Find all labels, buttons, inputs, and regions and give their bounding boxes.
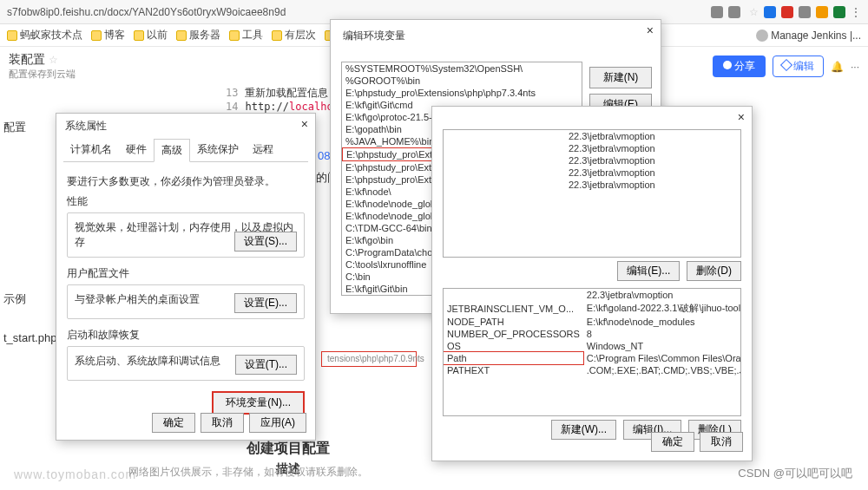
user-vars-table[interactable]: 22.3\jetbra\vmoption22.3\jetbra\vmoption… <box>443 129 741 258</box>
close-icon[interactable]: × <box>738 110 745 124</box>
share-button[interactable]: 分享 <box>713 56 766 77</box>
pencil-icon <box>780 59 792 71</box>
table-row[interactable]: 22.3\jetbra\vmoption <box>444 289 741 301</box>
environment-variables-dialog: × 22.3\jetbra\vmoption22.3\jetbra\vmopti… <box>431 106 753 461</box>
startup-group: 系统启动、系统故障和调试信息 设置(T)... <box>67 346 305 381</box>
table-row[interactable]: 22.3\jetbra\vmoption <box>444 167 740 179</box>
heading-create-config: 创建项目配置 <box>201 440 375 458</box>
share-icon[interactable] <box>728 6 740 18</box>
ext-icon[interactable] <box>781 6 793 18</box>
ext-icon[interactable] <box>799 6 811 18</box>
person-icon <box>723 61 732 69</box>
doc-title: 装配置 <box>9 52 45 66</box>
folder-icon <box>229 30 240 41</box>
performance-group: 视觉效果，处理器计划，内存使用，以及虚拟内存 设置(S)... <box>67 212 305 258</box>
close-icon[interactable]: × <box>301 117 308 131</box>
table-row[interactable]: 22.3\jetbra\vmoption <box>444 179 740 191</box>
bookmark-item[interactable]: 博客 <box>91 28 125 42</box>
more-icon[interactable]: ··· <box>851 61 859 73</box>
highlight-box: tensions\php\php7.0.9nts <box>321 351 417 367</box>
startup-settings-button[interactable]: 设置(T)... <box>235 355 297 375</box>
tab-advanced[interactable]: 高级 <box>154 139 190 162</box>
copyright-note: 网络图片仅供展示，非存储，如有侵权请联系删除。 <box>128 465 368 480</box>
menu-dots-icon[interactable]: ⋮ <box>851 6 861 18</box>
table-row[interactable]: OSWindows_NT <box>444 340 741 352</box>
profile-settings-button[interactable]: 设置(E)... <box>234 293 297 313</box>
outline-item[interactable]: 配置 <box>3 120 52 135</box>
dialog-title: 编辑环境变量 <box>336 25 655 47</box>
doc-subtitle: 配置保存到云端 <box>9 68 76 81</box>
tab-system-protection[interactable]: 系统保护 <box>190 139 246 161</box>
perf-label: 性能 <box>67 195 88 207</box>
environment-variables-button[interactable]: 环境变量(N)... <box>212 391 305 415</box>
admin-note: 要进行大多数更改，你必须作为管理员登录。 <box>67 174 305 189</box>
cancel-button[interactable]: 取消 <box>201 413 244 433</box>
watermark: www.toymoban.com <box>14 467 136 481</box>
table-row[interactable]: NUMBER_OF_PROCESSORS8 <box>444 328 741 340</box>
outline-item[interactable]: 示例 <box>3 291 52 307</box>
bookmark-item[interactable]: 有层次 <box>272 28 316 42</box>
folder-icon <box>176 30 187 41</box>
bookmark-item[interactable]: 服务器 <box>176 28 220 42</box>
system-properties-dialog: 系统属性 × 计算机名 硬件 高级 系统保护 远程 要进行大多数更改，你必须作为… <box>56 113 316 441</box>
delete-button[interactable]: 删除(D) <box>687 261 741 281</box>
ext-icon[interactable] <box>816 6 828 18</box>
table-row[interactable]: PATHEXT.COM;.EXE;.BAT;.CMD;.VBS;.VBE;.JS… <box>444 364 741 376</box>
doc-outline: 配置 示例 t_start.php <box>0 95 52 369</box>
bell-icon[interactable]: 🔔 <box>831 61 844 73</box>
new-button[interactable]: 新建(W)... <box>551 420 616 440</box>
table-row[interactable]: 22.3\jetbra\vmoption <box>444 130 740 142</box>
ext-icon[interactable] <box>833 6 845 18</box>
table-row[interactable]: NODE_PATHE:\kf\node\node_modules <box>444 316 741 328</box>
profile-label: 用户配置文件 <box>67 267 129 279</box>
folder-icon <box>7 30 17 41</box>
startup-label: 启动和故障恢复 <box>67 329 140 341</box>
url-text: s7fobw8ip0.feishu.cn/docx/YAN2d0Ys6ot0ry… <box>7 6 706 18</box>
folder-icon <box>272 30 282 41</box>
outline-item[interactable]: t_start.php <box>3 331 52 344</box>
tab-remote[interactable]: 远程 <box>246 139 280 161</box>
apply-button[interactable]: 应用(A) <box>249 413 306 433</box>
tab-hardware[interactable]: 硬件 <box>119 139 154 161</box>
ext-icon[interactable] <box>711 6 723 18</box>
table-row[interactable]: 22.3\jetbra\vmoption <box>444 154 740 167</box>
new-button[interactable]: 新建(N) <box>589 67 652 88</box>
folder-icon <box>134 30 144 41</box>
table-row[interactable]: 22.3\jetbra\vmoption <box>444 142 740 154</box>
profile-group: 与登录帐户相关的桌面设置 设置(E)... <box>67 284 305 319</box>
star-icon[interactable]: ☆ <box>49 54 58 66</box>
folder-icon <box>91 30 102 41</box>
edit-button[interactable]: 编辑(E)... <box>617 261 680 281</box>
table-row[interactable]: JETBRAINSCLIENT_VM_O...E:\kf\goland-2022… <box>444 301 741 316</box>
dialog-title: 系统属性 <box>56 114 315 139</box>
bookmark-item[interactable]: 蚂蚁家技术点 <box>7 28 82 42</box>
ext-icon[interactable] <box>764 6 776 18</box>
tab-computer-name[interactable]: 计算机名 <box>63 139 119 161</box>
bookmark-jenkins[interactable]: Manage Jenkins |... <box>756 29 861 42</box>
table-row[interactable]: PathC:\Program Files\Common Files\Oracle… <box>444 352 741 364</box>
ok-button[interactable]: 确定 <box>651 432 694 452</box>
browser-extension-icons: ☆ ⋮ <box>711 6 861 18</box>
ok-button[interactable]: 确定 <box>152 413 195 433</box>
csdn-attribution: CSDN @可以吧可以吧 <box>738 466 852 481</box>
system-vars-table[interactable]: 22.3\jetbra\vmoptionJETBRAINSCLIENT_VM_O… <box>443 288 741 416</box>
bookmark-star-icon[interactable]: ☆ <box>749 6 759 18</box>
bookmark-item[interactable]: 以前 <box>134 28 168 42</box>
sysprop-tabs: 计算机名 硬件 高级 系统保护 远程 <box>63 139 308 162</box>
code-text: 重新加载配置信息 <box>245 87 328 99</box>
bookmark-item[interactable]: 工具 <box>229 28 263 42</box>
edit-button[interactable]: 编辑 <box>773 56 824 77</box>
cancel-button[interactable]: 取消 <box>700 432 743 452</box>
jenkins-icon <box>756 29 768 42</box>
env-path-item[interactable]: %GOROOT%\bin <box>342 75 582 87</box>
env-path-item[interactable]: %SYSTEMROOT%\System32\OpenSSH\ <box>342 62 582 75</box>
env-path-item[interactable]: E:\phpstudy_pro\Extensions\php\php7.3.4n… <box>342 87 582 99</box>
perf-settings-button[interactable]: 设置(S)... <box>234 232 297 252</box>
close-icon[interactable]: × <box>647 23 654 37</box>
